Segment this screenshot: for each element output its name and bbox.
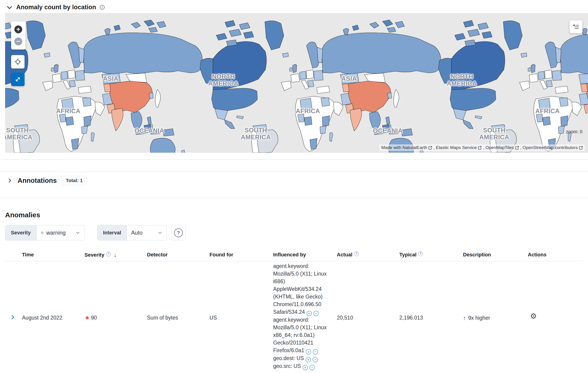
plus-in-circle-icon[interactable]: + xyxy=(306,311,312,316)
cell-typical: 2,196.013 xyxy=(399,315,423,321)
zoom-level-indicator: zoom: 0 xyxy=(566,129,582,135)
plus-in-circle-icon[interactable]: + xyxy=(305,357,311,362)
severity-filter-value: warning xyxy=(46,229,66,236)
map-section-header: Anomaly count by location xyxy=(6,4,105,11)
cell-influenced-by: agent.keyword: Mozilla/5.0 (X11; Linux i… xyxy=(273,262,332,370)
map-section-title: Anomaly count by location xyxy=(16,4,96,11)
external-link-icon xyxy=(428,146,432,150)
column-header-time[interactable]: Time xyxy=(22,252,34,258)
choropleth-map xyxy=(5,13,588,153)
column-header-description[interactable]: Description xyxy=(463,252,491,258)
question-in-circle-icon: ? xyxy=(354,251,359,256)
chevron-right-icon[interactable] xyxy=(7,178,12,183)
cell-description: ↑ 9x higher xyxy=(463,315,490,321)
fit-to-data-button[interactable] xyxy=(11,73,24,86)
influencer-text: agent.keyword: Mozilla/5.0 (X11; Linux x… xyxy=(273,317,327,353)
row-expand-button[interactable] xyxy=(9,314,16,321)
cell-found-for: US xyxy=(210,315,217,321)
severity-score: 90 xyxy=(91,315,97,321)
column-header-actual[interactable]: Actual ? xyxy=(337,252,359,258)
attribution-link[interactable]: , OpenStreetMap contributors xyxy=(520,145,578,150)
cell-detector: Sum of bytes xyxy=(147,315,178,321)
severity-filter-select[interactable]: warning xyxy=(37,225,84,240)
zoom-control-group: + − xyxy=(11,21,25,50)
question-in-circle-icon: ? xyxy=(106,251,111,256)
plus-in-circle-icon[interactable]: + xyxy=(303,365,308,370)
plus-in-circle-icon[interactable]: + xyxy=(306,349,311,354)
column-header-detector[interactable]: Detector xyxy=(147,252,168,258)
influencer-item: geo.dest: US+− xyxy=(273,354,332,362)
legend-toggle-button[interactable] xyxy=(569,20,582,33)
severity-filter: Severity warning xyxy=(5,225,84,240)
crosshair-icon xyxy=(14,58,21,65)
column-header-found-for[interactable]: Found for xyxy=(210,252,233,258)
influencer-text: agent.keyword: Mozilla/5.0 (X11; Linux i… xyxy=(273,263,327,315)
legend-collapse-icon xyxy=(572,23,580,31)
expand-arrows-icon xyxy=(14,75,22,83)
map-attribution: Made with NaturalEarth , Elastic Maps Se… xyxy=(379,144,585,151)
world-map-canvas[interactable]: ASIA ASIA NORTH AMERICA NORTH AMERICA AF… xyxy=(5,13,588,153)
column-header-severity[interactable]: Severity ? ↓ xyxy=(84,252,117,258)
zoom-in-button[interactable]: + xyxy=(14,25,22,33)
minus-in-circle-icon[interactable]: − xyxy=(314,311,319,316)
divider xyxy=(0,198,588,198)
chevron-down-icon xyxy=(75,230,80,235)
influencer-item: geo.src: US+− xyxy=(273,362,332,370)
influencer-item: agent.keyword: Mozilla/5.0 (X11; Linux x… xyxy=(273,316,332,354)
question-in-circle-icon: ? xyxy=(418,251,423,256)
up-arrow-icon: ↑ xyxy=(463,315,466,321)
interval-filter-value: Auto xyxy=(131,229,142,236)
influencer-text: geo.src: US xyxy=(273,363,301,369)
chevron-right-icon xyxy=(10,314,16,320)
external-link-icon xyxy=(478,146,482,150)
info-icon[interactable] xyxy=(99,4,105,10)
warning-severity-dot xyxy=(41,231,43,234)
interval-help-button[interactable]: ? xyxy=(171,225,186,240)
anomalies-title: Anomalies xyxy=(5,211,40,219)
interval-filter-label: Interval xyxy=(97,225,127,240)
influencer-item: agent.keyword: Mozilla/5.0 (X11; Linux i… xyxy=(273,262,332,316)
question-in-circle-icon: ? xyxy=(174,228,183,237)
column-header-typical[interactable]: Typical ? xyxy=(399,252,423,258)
attribution-link[interactable]: , Elastic Maps Service xyxy=(433,145,477,150)
description-text: 9x higher xyxy=(468,315,490,321)
minus-in-circle-icon[interactable]: − xyxy=(310,365,315,370)
minus-in-circle-icon[interactable]: − xyxy=(313,357,318,362)
cell-actual: 20,510 xyxy=(337,315,353,321)
column-header-actions: Actions xyxy=(528,252,546,258)
annotations-total-badge: Total: 1 xyxy=(62,176,87,185)
anomaly-explorer-page: Anomaly count by location xyxy=(0,0,588,373)
attribution-link[interactable]: , OpenMapTiles xyxy=(483,145,514,150)
divider xyxy=(0,159,588,160)
divider xyxy=(0,172,588,172)
influencer-text: geo.dest: US xyxy=(273,355,304,361)
cell-time: August 2nd 2022 xyxy=(22,315,62,321)
attribution-link[interactable]: Made with NaturalEarth xyxy=(381,145,427,150)
gear-icon[interactable]: ⚙ xyxy=(530,312,537,320)
table-header-rule xyxy=(5,261,583,261)
external-link-icon xyxy=(579,146,583,150)
annotations-title: Annotations xyxy=(18,177,57,184)
set-view-button[interactable] xyxy=(11,55,24,69)
chevron-down-icon[interactable] xyxy=(6,4,13,11)
interval-filter-select[interactable]: Auto xyxy=(127,225,167,240)
severity-filter-label: Severity xyxy=(5,225,37,240)
column-header-influenced-by: Influenced by xyxy=(273,252,306,258)
zoom-out-button[interactable]: − xyxy=(14,38,22,45)
critical-severity-dot xyxy=(86,316,89,319)
chevron-down-icon xyxy=(158,230,162,235)
minus-in-circle-icon[interactable]: − xyxy=(313,349,318,354)
annotations-section-header: Annotations Total: 1 xyxy=(7,176,87,185)
sort-descending-icon: ↓ xyxy=(114,252,117,258)
cell-severity: 90 xyxy=(86,315,97,321)
interval-filter: Interval Auto xyxy=(97,225,167,240)
external-link-icon xyxy=(515,146,519,150)
